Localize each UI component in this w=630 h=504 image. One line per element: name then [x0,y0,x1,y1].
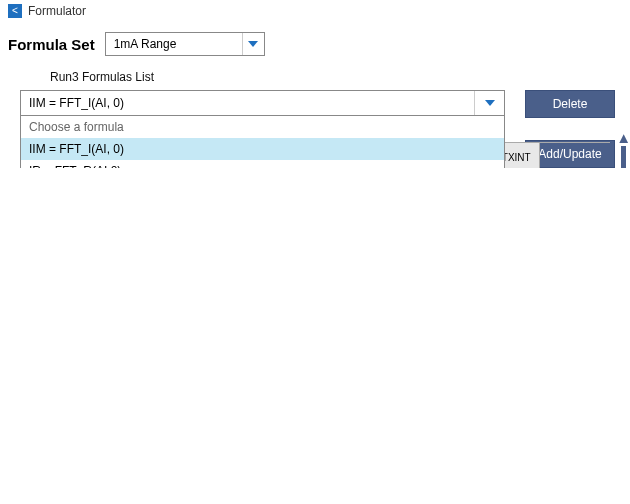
chevron-down-icon [485,100,495,106]
scroll-up-icon[interactable]: ▲ [616,132,630,144]
formula-set-dropdown-arrow[interactable] [242,33,264,55]
functions-scrollbar[interactable]: ▲ ▼ [616,132,630,168]
formulas-list-label: Run3 Formulas List [0,66,630,90]
formula-option[interactable]: Choose a formula [21,116,504,138]
window-title: Formulator [28,4,86,18]
formula-set-label: Formula Set [8,36,95,53]
formula-combo[interactable]: Choose a formulaIIM = FFT_I(AI, 0)IR = F… [20,90,505,116]
formula-set-value: 1mA Range [106,37,185,51]
formula-dropdown[interactable]: Choose a formulaIIM = FFT_I(AI, 0)IR = F… [20,116,505,168]
formula-option[interactable]: IIM = FFT_I(AI, 0) [21,138,504,160]
formula-input[interactable] [21,91,474,115]
formula-option[interactable]: IR = FFT_R(AI,0) [21,160,504,168]
delete-button[interactable]: Delete [525,90,615,118]
chevron-down-icon [248,41,258,47]
app-icon: < [8,4,22,18]
scrollbar-track[interactable] [621,146,626,168]
formula-set-combo[interactable]: 1mA Range [105,32,265,56]
formula-dropdown-arrow[interactable] [474,91,504,115]
